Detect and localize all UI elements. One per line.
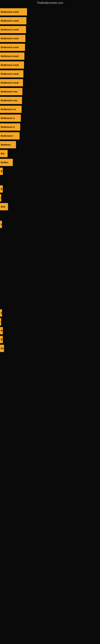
bar-row: Bottleneck result <box>0 25 100 34</box>
bar-row: Bottleneck result <box>0 61 100 69</box>
bottleneck-bar: E <box>0 309 2 316</box>
bottleneck-bar: Bottleneck r <box>0 132 20 140</box>
bar-row: Bottleneck resu <box>0 87 100 96</box>
bar-label: | <box>1 196 1 199</box>
bar-row: | <box>0 194 100 202</box>
bar-label: Bot <box>1 152 4 155</box>
site-title: TheBottlenecker.com <box>0 0 100 6</box>
bar-label: Bottleneck result <box>1 11 19 13</box>
bar-row: Bottleneck result <box>0 52 100 60</box>
bottleneck-bar: B <box>0 327 3 334</box>
bar-label: Bottleneck result <box>1 28 19 31</box>
bar-row <box>0 273 100 282</box>
bar-label: B <box>1 330 2 332</box>
bar-label: B <box>1 170 2 172</box>
bar-row <box>0 256 100 264</box>
bottleneck-bar: Bottleneck result <box>0 26 26 33</box>
bar-row: Bottleneck result <box>0 16 100 25</box>
bar-row: B <box>0 335 100 344</box>
bar-label: Bottleneck resu <box>1 99 17 102</box>
bar-row: E <box>0 220 100 228</box>
bottleneck-bar: Bottleneck resu <box>0 88 22 95</box>
bar-row <box>0 291 100 300</box>
bar-label: Bottlen <box>1 161 8 164</box>
bar-row: Bottleneck r <box>0 132 100 140</box>
bar-label: Bottleneck result <box>1 73 19 75</box>
bar-label: Bo <box>1 347 4 350</box>
bottleneck-bar: Bottleneck re <box>0 123 20 130</box>
bar-row: Bottleneck res <box>0 105 100 114</box>
bar-row: Bottlenec <box>0 140 100 149</box>
bar-row: Bottleneck result <box>0 70 100 78</box>
bottleneck-bar: Bottleneck res <box>0 106 22 113</box>
bottleneck-bar: Bottleneck resu <box>0 97 22 104</box>
bar-label: Bottleneck res <box>1 108 16 110</box>
bar-row <box>0 229 100 238</box>
bar-label: B <box>1 188 2 190</box>
bottleneck-bar: Bottleneck result <box>0 79 23 86</box>
bar-label: Bottleneck re <box>1 126 15 128</box>
bar-label: E <box>1 223 2 226</box>
bottleneck-bar: B <box>0 336 3 343</box>
bottleneck-bar: B <box>0 185 3 192</box>
bar-row: B <box>0 185 100 193</box>
bar-row: Bottleneck result <box>0 34 100 43</box>
bar-row: Bottleneck re <box>0 114 100 122</box>
bottleneck-bar: Bottleneck result <box>0 17 26 24</box>
bottleneck-bar: Bottleneck re <box>0 114 21 122</box>
bar-row: Bottleneck result <box>0 8 100 16</box>
bar-row: | <box>0 318 100 326</box>
bar-label: B <box>1 338 2 341</box>
bar-row: E <box>0 309 100 317</box>
bar-row: Bott <box>0 202 100 211</box>
bar-row: Bottleneck resu <box>0 96 100 105</box>
bottleneck-bar: E <box>0 221 2 228</box>
bar-label: Bottleneck result <box>1 55 19 57</box>
bar-row: Bot <box>0 149 100 158</box>
bar-label: Bottleneck result <box>1 46 19 48</box>
bottleneck-bar: Bottlenec <box>0 141 16 148</box>
bottleneck-bar: Bott <box>0 203 8 210</box>
bar-row: Bottleneck result <box>0 43 100 52</box>
bottleneck-bar: Bottlen <box>0 159 13 166</box>
bar-row <box>0 300 100 308</box>
bottleneck-bar: B <box>0 168 3 175</box>
bar-row <box>0 211 100 220</box>
bar-row: Bottleneck re <box>0 123 100 131</box>
bar-label: Bottleneck result <box>1 20 19 22</box>
bar-label: | <box>1 320 1 323</box>
bottleneck-bar: Bottleneck result <box>0 70 23 78</box>
bar-row <box>0 264 100 273</box>
bottleneck-bar: | <box>0 194 1 202</box>
bar-label: Bottleneck r <box>1 135 14 137</box>
bottleneck-bar: Bo <box>0 345 4 352</box>
bar-row: Bo <box>0 344 100 352</box>
bar-label: Bottleneck result <box>1 37 19 40</box>
bar-label: E <box>1 312 2 314</box>
bar-row: Bottlen <box>0 158 100 167</box>
bar-label: Bottleneck resu <box>1 90 17 93</box>
bar-row: B <box>0 326 100 335</box>
bar-label: Bottleneck result <box>1 82 19 84</box>
bar-label: Bottleneck result <box>1 64 19 66</box>
bottleneck-bar: Bottleneck result <box>0 52 24 60</box>
bar-label: Bottlenec <box>1 144 11 146</box>
bottleneck-bar: Bottleneck result <box>0 8 27 16</box>
bars-container: Bottleneck resultBottleneck resultBottle… <box>0 6 100 355</box>
bottleneck-bar: Bot <box>0 150 8 157</box>
bottleneck-bar: Bottleneck result <box>0 62 24 69</box>
bar-label: Bottleneck re <box>1 117 15 119</box>
bottleneck-bar: Bottleneck result <box>0 35 25 42</box>
bottleneck-bar: Bottleneck result <box>0 44 25 51</box>
bar-row <box>0 247 100 255</box>
bar-row: B <box>0 167 100 176</box>
bottleneck-bar: | <box>0 318 1 326</box>
bar-row <box>0 176 100 184</box>
bar-row: Bottleneck result <box>0 78 100 87</box>
bar-label: Bott <box>1 206 5 208</box>
bar-row <box>0 282 100 290</box>
bar-row <box>0 238 100 246</box>
